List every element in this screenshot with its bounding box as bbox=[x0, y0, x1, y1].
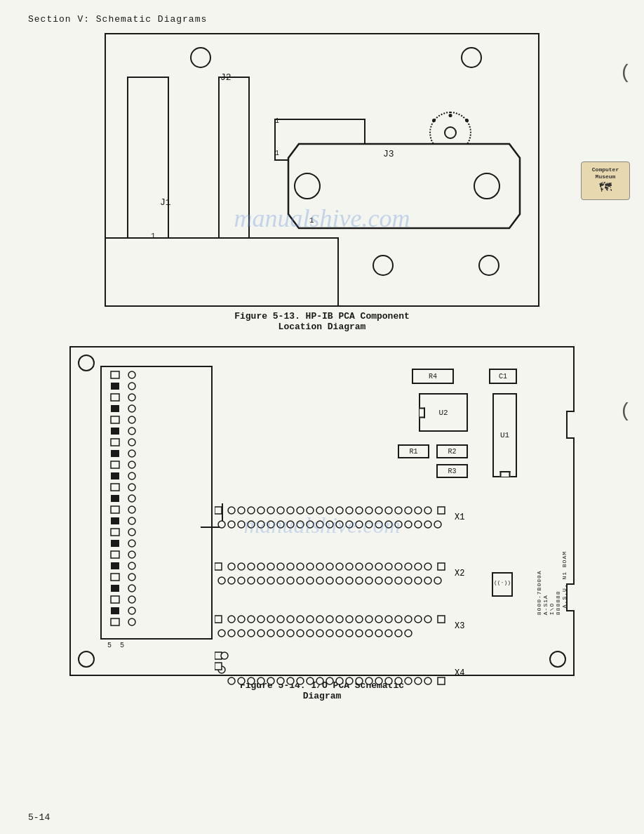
svg-point-129 bbox=[316, 577, 323, 584]
circle-br-14 bbox=[549, 651, 566, 668]
svg-point-194 bbox=[257, 677, 264, 684]
svg-point-159 bbox=[375, 616, 382, 623]
svg-point-74 bbox=[238, 521, 245, 528]
svg-rect-21 bbox=[111, 574, 119, 581]
svg-point-104 bbox=[297, 563, 304, 570]
svg-point-58 bbox=[307, 507, 314, 514]
svg-rect-13 bbox=[111, 484, 119, 491]
svg-rect-9 bbox=[111, 439, 119, 446]
svg-point-41 bbox=[128, 540, 135, 547]
svg-point-181 bbox=[365, 630, 373, 637]
svg-point-105 bbox=[307, 563, 314, 570]
diagram-14: R4 C1 U2 R1 R2 R3 bbox=[69, 346, 575, 676]
svg-text:X1: X1 bbox=[455, 512, 464, 522]
j2-connector bbox=[218, 77, 250, 245]
svg-point-29 bbox=[128, 405, 135, 412]
svg-point-44 bbox=[128, 574, 135, 581]
svg-point-207 bbox=[385, 677, 392, 684]
svg-point-130 bbox=[326, 577, 333, 584]
svg-point-166 bbox=[218, 630, 225, 637]
svg-rect-20 bbox=[111, 562, 119, 569]
svg-point-178 bbox=[336, 630, 343, 637]
svg-point-112 bbox=[375, 563, 382, 570]
svg-point-154 bbox=[326, 616, 333, 623]
svg-point-183 bbox=[385, 630, 392, 637]
svg-point-46 bbox=[128, 596, 135, 603]
page: Section V: Schematic Diagrams ( J1 1 J2 … bbox=[0, 0, 644, 834]
svg-rect-24 bbox=[111, 607, 119, 614]
svg-rect-15 bbox=[111, 506, 119, 513]
svg-point-69 bbox=[415, 507, 422, 514]
svg-point-59 bbox=[316, 507, 323, 514]
svg-point-38 bbox=[128, 506, 135, 513]
svg-point-156 bbox=[346, 616, 353, 623]
svg-point-172 bbox=[277, 630, 284, 637]
svg-point-33 bbox=[128, 450, 135, 457]
header-text: Section V: Schematic Diagrams bbox=[28, 14, 207, 25]
svg-rect-8 bbox=[111, 428, 119, 435]
svg-point-101 bbox=[267, 563, 274, 570]
r3-label: R3 bbox=[448, 468, 456, 475]
svg-point-78 bbox=[277, 521, 284, 528]
svg-point-126 bbox=[287, 577, 294, 584]
svg-point-51 bbox=[238, 507, 245, 514]
figure-14-container: R4 C1 U2 R1 R2 R3 bbox=[28, 346, 616, 676]
svg-point-151 bbox=[297, 616, 304, 623]
svg-rect-49 bbox=[215, 507, 222, 514]
svg-point-148 bbox=[267, 616, 274, 623]
svg-point-99 bbox=[248, 563, 255, 570]
svg-point-115 bbox=[405, 563, 412, 570]
svg-point-60 bbox=[326, 507, 333, 514]
svg-point-195 bbox=[267, 677, 274, 684]
svg-point-205 bbox=[365, 677, 373, 684]
svg-point-202 bbox=[336, 677, 343, 684]
svg-point-50 bbox=[228, 507, 235, 514]
svg-point-116 bbox=[415, 563, 422, 570]
x4-connector-area: X4 bbox=[215, 651, 544, 692]
svg-point-147 bbox=[257, 616, 264, 623]
chip-r1: R1 bbox=[398, 444, 429, 458]
svg-text:X2: X2 bbox=[455, 569, 464, 578]
chip-r4: R4 bbox=[412, 369, 454, 384]
svg-point-28 bbox=[128, 394, 135, 401]
right-notch-top bbox=[566, 411, 575, 439]
s1-num1: 1 bbox=[275, 117, 279, 125]
svg-point-196 bbox=[277, 677, 284, 684]
svg-point-182 bbox=[375, 630, 382, 637]
svg-point-170 bbox=[257, 630, 264, 637]
svg-rect-11 bbox=[111, 461, 119, 468]
svg-point-63 bbox=[356, 507, 363, 514]
svg-rect-10 bbox=[111, 450, 119, 457]
svg-point-68 bbox=[405, 507, 412, 514]
svg-point-132 bbox=[346, 577, 353, 584]
chip-r3: R3 bbox=[436, 464, 468, 478]
svg-point-1 bbox=[295, 173, 320, 199]
svg-point-185 bbox=[405, 630, 412, 637]
svg-point-188 bbox=[221, 652, 228, 659]
svg-point-177 bbox=[326, 630, 333, 637]
svg-point-90 bbox=[395, 521, 402, 528]
svg-point-45 bbox=[128, 585, 135, 592]
svg-point-65 bbox=[375, 507, 382, 514]
svg-point-79 bbox=[287, 521, 294, 528]
svg-point-179 bbox=[346, 630, 353, 637]
svg-point-120 bbox=[228, 577, 235, 584]
svg-point-26 bbox=[128, 371, 135, 378]
j2-label: J2 bbox=[220, 72, 232, 83]
svg-point-191 bbox=[228, 677, 235, 684]
x1-connector-area: X1 bbox=[215, 505, 544, 547]
svg-point-88 bbox=[375, 521, 382, 528]
r1-label: R1 bbox=[409, 448, 417, 456]
svg-point-77 bbox=[267, 521, 274, 528]
svg-point-27 bbox=[128, 383, 135, 390]
svg-point-56 bbox=[287, 507, 294, 514]
svg-point-2 bbox=[474, 173, 499, 199]
svg-point-128 bbox=[307, 577, 314, 584]
svg-point-150 bbox=[287, 616, 294, 623]
svg-point-133 bbox=[356, 577, 363, 584]
svg-point-160 bbox=[385, 616, 392, 623]
chip-r2: R2 bbox=[436, 444, 468, 458]
circle-bl-14 bbox=[78, 651, 95, 668]
svg-point-110 bbox=[356, 563, 363, 570]
num5-labels: 5 5 bbox=[107, 642, 124, 649]
